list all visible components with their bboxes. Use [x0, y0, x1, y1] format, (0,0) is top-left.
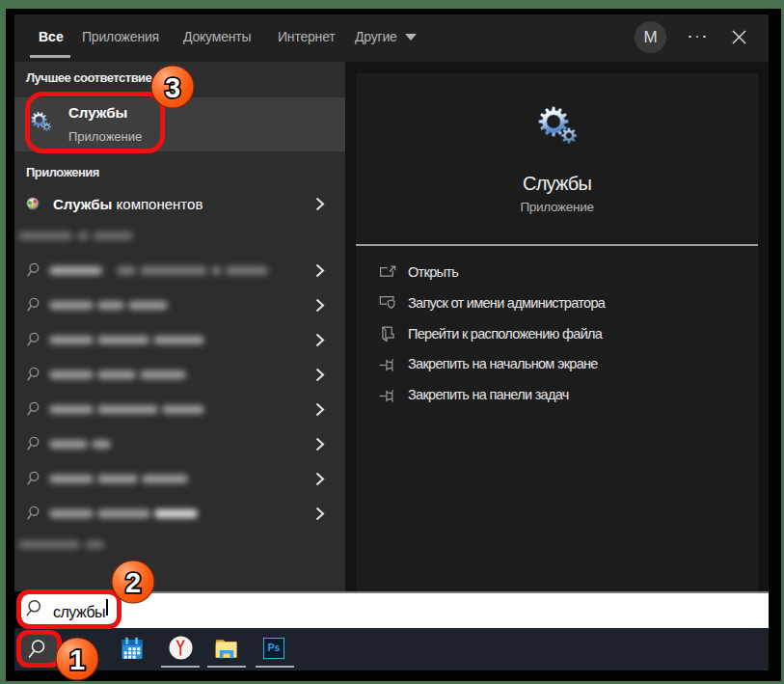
svg-text:3: 3 [165, 72, 180, 103]
svg-text:2: 2 [125, 567, 141, 598]
svg-text:1: 1 [69, 644, 85, 675]
